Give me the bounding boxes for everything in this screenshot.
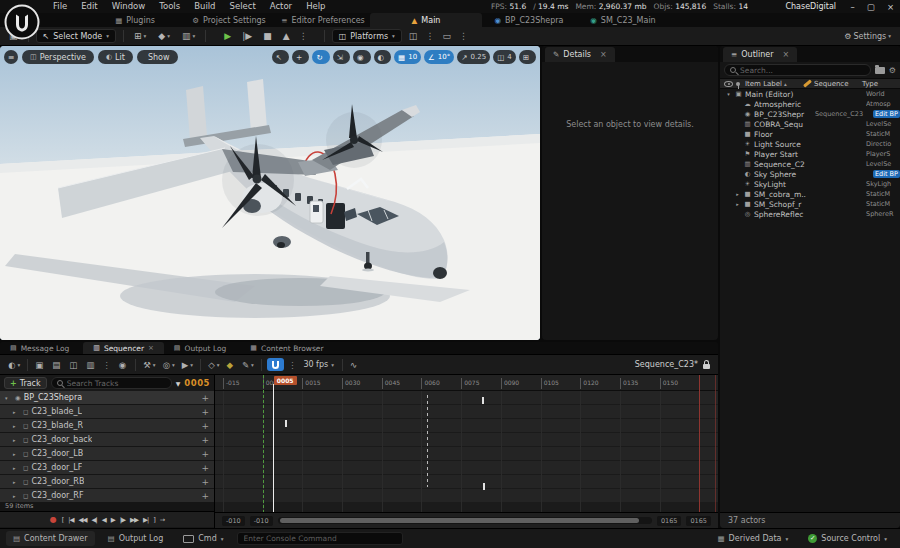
play-button[interactable]: ▶	[111, 516, 115, 524]
cmd-dropdown[interactable]: Cmd ▾	[176, 531, 230, 546]
scale-tool[interactable]: ⇲	[333, 50, 350, 64]
editor-tab[interactable]: ⚙ Project Settings	[182, 13, 276, 27]
add-section-button[interactable]: +	[201, 407, 209, 417]
source-control-button[interactable]: ✓ Source Control ▾	[801, 531, 894, 546]
more-button[interactable]: ⋮	[424, 28, 435, 45]
keyframe[interactable]	[285, 420, 287, 427]
folder-filter-icon[interactable]	[875, 67, 885, 74]
expand-arrow-icon[interactable]: ▸	[13, 479, 20, 485]
save-button[interactable]: ▣	[33, 360, 47, 370]
view-range-start[interactable]: -010	[222, 516, 245, 526]
rotate-tool[interactable]: ↻	[312, 50, 329, 64]
track-row[interactable]: ▸ ◻ C23_door_LB +	[0, 447, 214, 460]
sequence-name[interactable]: Sequence_C23*	[635, 360, 698, 369]
show-menu[interactable]: Show	[137, 50, 178, 64]
dock-tab[interactable]: ▤ Output Log	[164, 342, 240, 354]
curve-editor-button[interactable]: ∿	[348, 360, 359, 370]
frame-skip-button[interactable]: |▶	[239, 28, 255, 45]
expand-arrow-icon[interactable]: ▸	[13, 409, 20, 415]
column-item-label[interactable]: Item Label▴	[745, 80, 800, 88]
separator[interactable]	[27, 359, 28, 371]
content-drawer-button[interactable]: ▤ Content Drawer	[6, 531, 95, 546]
maximize-button[interactable]: ▢	[867, 2, 875, 12]
dock-tab[interactable]: ▦ Content Browser	[240, 342, 337, 354]
track-row[interactable]: ▸ ◻ C23_door_RF +	[0, 489, 214, 502]
stop-button[interactable]: ■	[260, 28, 275, 45]
console-input[interactable]	[244, 534, 396, 543]
track-row[interactable]: ▾ ◉ BP_C23Shepra +	[0, 391, 214, 404]
dock-tab[interactable]: ▤ Message Log	[0, 342, 83, 354]
separator[interactable]	[261, 359, 262, 371]
expand-arrow-icon[interactable]: ▾	[5, 395, 12, 401]
minimize-button[interactable]: –	[851, 2, 855, 12]
expand-arrow-icon[interactable]: ▸	[13, 451, 20, 457]
keyframe[interactable]	[483, 483, 485, 490]
play-reverse-button[interactable]: ◀	[102, 516, 106, 524]
step-forward-button[interactable]: |▶	[120, 516, 125, 524]
menu-item[interactable]: Select	[223, 0, 263, 13]
maximize-viewport-button[interactable]: ⊞	[519, 50, 536, 64]
expand-arrow-icon[interactable]: ▸	[734, 201, 741, 207]
expand-arrow-icon[interactable]: ▸	[13, 437, 20, 443]
browse-sequence-button[interactable]: ▤	[50, 360, 64, 370]
outliner-row[interactable]: ☀ Light Source Directio	[720, 139, 900, 149]
view-range-end[interactable]: 0165	[686, 516, 711, 526]
next-key-button[interactable]: ▶▶	[130, 516, 138, 524]
menu-item[interactable]: Tools	[152, 0, 187, 13]
perspective-menu[interactable]: ◫ Perspective	[22, 50, 94, 64]
curve-options-button[interactable]: ✎▾	[240, 360, 256, 370]
set-end-button[interactable]: ]	[153, 516, 155, 524]
sequencer-settings-button[interactable]: ⚒▾	[141, 360, 157, 370]
add-section-button[interactable]: +	[201, 477, 209, 487]
blueprints-button[interactable]: ◆▾	[155, 28, 173, 45]
menu-item[interactable]: Actor	[263, 0, 299, 13]
outliner-row[interactable]: ◉ BP_C23Shepr Sequence_C23 Edit BP	[720, 109, 900, 119]
outliner-row[interactable]: ☀ SkyLight SkyLigh	[720, 179, 900, 189]
expand-arrow-icon[interactable]: ▸	[13, 423, 20, 429]
world-local-toggle[interactable]: ◐	[374, 50, 392, 64]
surface-snap-toggle[interactable]: ◉	[353, 50, 371, 64]
track-search-input[interactable]	[67, 379, 166, 388]
editor-tab[interactable]: ≡ Editor Preferences	[276, 13, 370, 27]
add-section-button[interactable]: +	[201, 393, 209, 403]
close-icon[interactable]: ×	[600, 50, 607, 59]
eject-button[interactable]: ▲	[280, 28, 293, 45]
outliner-row[interactable]: ▾ ▣ Main (Editor) World	[720, 89, 900, 99]
outliner-search[interactable]	[724, 64, 871, 76]
more-button[interactable]: ⋮	[101, 360, 114, 370]
create-camera-button[interactable]: ◫	[67, 360, 81, 370]
working-range-end[interactable]: 0165	[657, 516, 682, 526]
pin-column-icon[interactable]	[736, 82, 740, 86]
dock-tab[interactable]: ▥ Sequencer ×	[83, 342, 164, 354]
playback-options-button[interactable]: ▶▾	[180, 360, 195, 370]
separator[interactable]	[200, 359, 201, 371]
playback-start-marker[interactable]	[263, 375, 264, 512]
fps-dropdown[interactable]: 30 fps▾	[300, 360, 337, 369]
select-mode-dropdown[interactable]: ↖ Select Mode ▾	[36, 29, 117, 43]
add-section-button[interactable]: +	[201, 491, 209, 501]
scrollbar-thumb[interactable]	[280, 518, 639, 523]
close-button[interactable]: ×	[887, 2, 894, 12]
more-button[interactable]: ⋮	[458, 28, 469, 45]
playhead-line[interactable]	[273, 384, 274, 512]
separator[interactable]	[135, 359, 136, 371]
scale-snap-toggle[interactable]: ↗0.25	[457, 50, 490, 64]
expand-arrow-icon[interactable]: ▸	[13, 465, 20, 471]
outliner-row[interactable]: ▥ COBRA_Sequ LevelSe	[720, 119, 900, 129]
outliner-row[interactable]: ◐ Sky Sphere Edit BP	[720, 169, 900, 179]
track-row[interactable]: ▸ ◻ C23_door_back +	[0, 433, 214, 446]
editor-tab[interactable]: ◉ BP_C23Shepra	[482, 13, 576, 27]
grid-snap-toggle[interactable]: ▦10	[394, 50, 421, 64]
menu-item[interactable]: Build	[187, 0, 222, 13]
outliner-settings-icon[interactable]: ⚙	[889, 66, 896, 75]
current-frame-field[interactable]: 0005	[184, 378, 210, 388]
step-back-button[interactable]: ◀|	[92, 516, 97, 524]
select-tool[interactable]: ↖	[272, 50, 289, 64]
output-log-button[interactable]: ▤ Output Log	[101, 531, 171, 546]
add-section-button[interactable]: +	[201, 449, 209, 459]
tab-outliner[interactable]: ≡ Outliner ×	[723, 47, 797, 62]
render-movie-button[interactable]: ▥	[84, 360, 98, 370]
outliner-row[interactable]: ⚑ Player Start PlayerS	[720, 149, 900, 159]
add-actor-button[interactable]: ⊞▾	[131, 28, 149, 45]
move-tool[interactable]: +	[292, 50, 309, 64]
